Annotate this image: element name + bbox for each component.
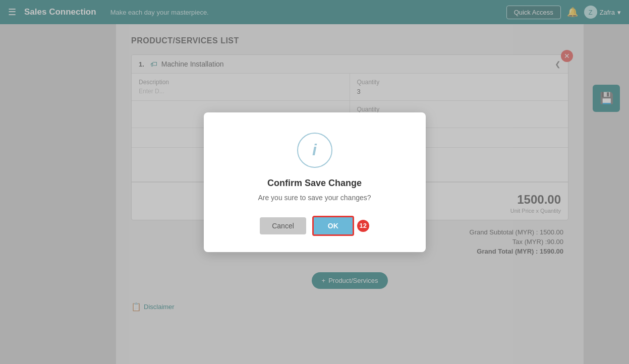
step-badge: 12 [357, 220, 369, 232]
ok-btn-wrapper: OK 12 [312, 216, 369, 236]
dialog-message: Are you sure to save your changes? [224, 194, 406, 202]
dialog-buttons: Cancel OK 12 [224, 216, 406, 236]
ok-button[interactable]: OK [312, 216, 354, 236]
dialog-info-icon: i [297, 133, 332, 168]
confirm-dialog: i Confirm Save Change Are you sure to sa… [204, 112, 426, 252]
modal-overlay: i Confirm Save Change Are you sure to sa… [0, 0, 629, 364]
dialog-title: Confirm Save Change [224, 178, 406, 189]
cancel-button[interactable]: Cancel [260, 217, 306, 234]
